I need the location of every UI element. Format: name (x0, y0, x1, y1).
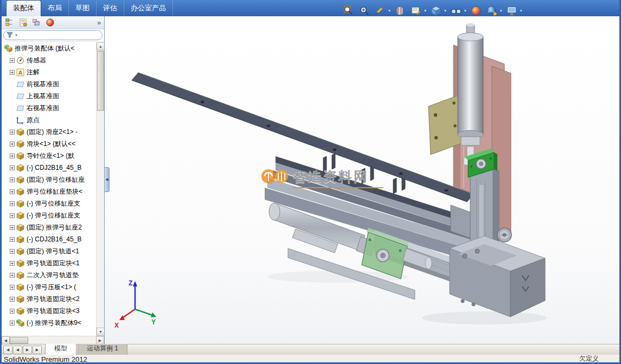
graphics-viewport[interactable]: 智造资料网 Z Y X (105, 16, 619, 344)
tree-item[interactable]: 右视基准面 (2, 102, 104, 114)
tree-vertical-scrollbar[interactable]: ▲ ▼ (96, 42, 104, 336)
view-orientation-dropdown-caret-icon[interactable]: ▼ (444, 9, 447, 12)
tree-item[interactable]: +(-) 推弹弓装配体9< (2, 317, 104, 329)
tree-item[interactable]: +(固定) 弹弓位移缸座 (2, 174, 104, 186)
zoom-to-fit-button[interactable] (342, 4, 356, 18)
expand-toggle[interactable]: + (9, 58, 15, 63)
command-tab-2[interactable]: 草图 (69, 1, 97, 16)
expand-toggle[interactable]: + (9, 285, 15, 290)
expand-toggle[interactable]: + (9, 130, 15, 135)
tree-item[interactable]: +二次入弹弓轨道垫 (2, 269, 104, 281)
expand-toggle[interactable]: + (9, 321, 15, 325)
sheet-nav-next-button[interactable]: ▶ (23, 346, 32, 354)
tree-item[interactable]: +传感器 (2, 54, 104, 66)
plane-icon (16, 80, 24, 88)
tree-item[interactable]: +(-) CDJ2B16_45_B (2, 162, 104, 174)
scroll-left-button[interactable]: ◀ (2, 336, 10, 344)
expand-toggle[interactable]: + (9, 225, 15, 230)
tree-item[interactable]: +(-) 弹弓位移缸座支 (2, 209, 104, 221)
triad-x-label: X (114, 322, 119, 329)
tree-item[interactable]: +弹弓轨道固定块<1 (2, 257, 104, 269)
tree-item[interactable]: +弹弓轨道固定块<2 (2, 293, 104, 305)
part-icon (16, 140, 24, 148)
panel-splitter-handle[interactable]: ◀ (105, 167, 110, 192)
expand-toggle[interactable]: + (9, 309, 15, 314)
horizontal-scroll-track[interactable] (28, 336, 96, 344)
sheet-nav-first-button[interactable]: ◀ (3, 346, 12, 354)
tree-horizontal-scrollbar[interactable]: ◀ ▶ (2, 336, 104, 344)
command-tab-0[interactable]: 装配体 (6, 0, 41, 16)
display-style-dropdown-caret-icon[interactable]: ▼ (464, 9, 467, 12)
tree-item[interactable]: 推弹弓装配体 (默认< (2, 42, 104, 54)
horizontal-scroll-thumb[interactable] (10, 337, 28, 344)
apply-scene-dropdown-caret-icon[interactable]: ▼ (500, 9, 503, 12)
tree-item[interactable]: +(固定) 滑座2<1> - (2, 126, 104, 138)
tree-item-label: (固定) 推弹弓缸座2 (27, 223, 82, 232)
sheet-tab-0[interactable]: 模型 (45, 343, 76, 355)
sheet-tab-1[interactable]: 运动算例 1 (78, 343, 127, 355)
expand-toggle[interactable]: + (9, 249, 15, 254)
expand-toggle[interactable]: + (9, 154, 15, 158)
tree-filter-field[interactable]: ▼ (3, 30, 103, 40)
tree-item[interactable]: 上视基准面 (2, 90, 104, 102)
tree-item[interactable]: 前视基准面 (2, 78, 104, 90)
sheet-nav-last-button[interactable]: ▶ (33, 346, 42, 354)
zoom-to-area-button[interactable] (357, 4, 372, 18)
tree-item[interactable]: +(固定) 推弹弓缸座2 (2, 221, 104, 233)
expand-toggle[interactable]: + (9, 201, 15, 206)
expand-toggle[interactable]: + (9, 237, 15, 242)
sheet-nav-prev-button[interactable]: ◀ (13, 346, 22, 354)
view-settings-dropdown-caret-icon[interactable]: ▼ (520, 9, 523, 12)
previous-view-button[interactable] (373, 4, 387, 18)
displaymanager-tab-icon[interactable] (44, 17, 55, 28)
tree-item[interactable]: 原点 (2, 114, 104, 126)
view-orientation-button[interactable] (429, 4, 443, 18)
annotation-view-button[interactable] (409, 4, 423, 18)
scroll-up-button[interactable]: ▲ (97, 42, 105, 50)
tree-item[interactable]: +弹弓轨道固定块<3 (2, 305, 104, 317)
coordinate-triad: Z Y X (113, 277, 159, 331)
expand-toggle[interactable]: + (9, 165, 15, 170)
expand-toggle[interactable]: + (9, 273, 15, 278)
expand-toggle[interactable]: + (9, 189, 15, 194)
tree-item[interactable]: +(固定) 弹弓轨道<1 (2, 245, 104, 257)
previous-view-dropdown-caret-icon[interactable]: ▼ (388, 9, 391, 12)
annotation-view-dropdown-caret-icon[interactable]: ▼ (424, 9, 427, 12)
command-tab-3[interactable]: 评估 (97, 1, 124, 16)
featuremanager-tab-icon[interactable] (4, 17, 15, 28)
part-icon (16, 247, 24, 256)
display-style-button[interactable] (449, 4, 463, 18)
expand-toggle[interactable]: + (9, 142, 15, 146)
tree-item[interactable]: +(-) 弹弓压板<1> ( (2, 281, 104, 293)
tree-item[interactable]: +弹弓位移缸座垫块< (2, 186, 104, 197)
watermark-rule (292, 187, 383, 188)
propertymanager-tab-icon[interactable] (17, 17, 28, 28)
panel-toolbar-icons (4, 17, 55, 28)
tree-item[interactable]: +滑块<1> (默认<< (2, 138, 104, 150)
tree-item[interactable]: +导针位座<1> (默 (2, 150, 104, 162)
sheet-tabs: 模型运动算例 1 (44, 343, 128, 355)
main-region: » ▼ 推弹弓装配体 (默认<+传感器+A注解前视基准面上视基准面右视基准面原点… (2, 16, 619, 344)
vertical-scroll-thumb[interactable] (97, 51, 104, 111)
edit-appearance-button[interactable] (469, 4, 483, 18)
command-tab-4[interactable]: 办公室产品 (124, 1, 173, 16)
expand-toggle[interactable]: + (9, 297, 15, 302)
panel-toolbar-overflow-button[interactable]: » (97, 19, 102, 27)
command-tab-1[interactable]: 布局 (41, 1, 69, 16)
tree-item[interactable]: +(-) 弹弓位移缸座支 (2, 197, 104, 209)
expand-toggle[interactable]: + (9, 177, 15, 182)
scroll-down-button[interactable]: ▼ (97, 328, 105, 336)
configurationmanager-tab-icon[interactable] (31, 17, 42, 28)
section-view-button[interactable] (393, 4, 407, 18)
panel-toolbar: » (2, 16, 104, 29)
expand-toggle[interactable]: + (9, 70, 15, 75)
expand-toggle[interactable]: + (9, 213, 15, 218)
filter-dropdown-caret-icon[interactable]: ▼ (15, 34, 18, 37)
expand-toggle[interactable]: + (9, 261, 15, 266)
scroll-right-button[interactable]: ▶ (96, 336, 104, 344)
tree-item[interactable]: +(-) CDJ2B16_45_B (2, 233, 104, 245)
apply-scene-button[interactable] (485, 4, 499, 18)
view-settings-button[interactable] (505, 4, 519, 18)
tree-item[interactable]: +A注解 (2, 66, 104, 78)
part-icon (16, 176, 24, 184)
